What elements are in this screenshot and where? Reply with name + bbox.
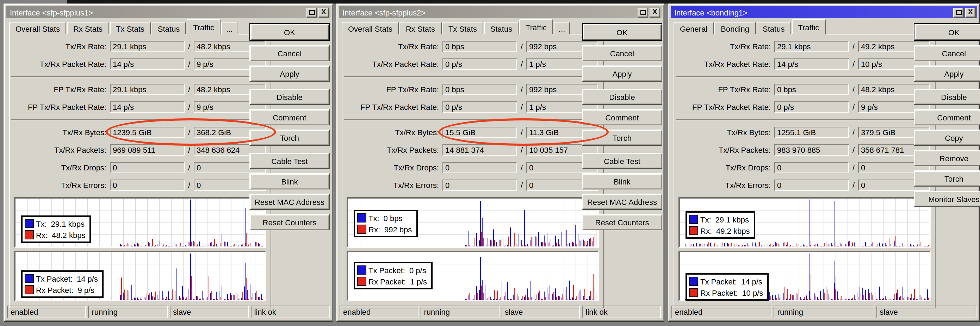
cable-test-button[interactable]: Cable Test: [582, 153, 662, 169]
tab-status[interactable]: Status: [151, 22, 186, 35]
reset-mac-address-button[interactable]: Reset MAC Address: [582, 194, 662, 210]
graph-legend: Tx Packet: 0 p/s Rx Packet: 1 p/s: [354, 262, 433, 289]
tx-value-box: 29.1 kbps: [110, 41, 185, 52]
value-separator: /: [517, 103, 526, 111]
cable-test-button[interactable]: Cable Test: [250, 153, 330, 169]
traffic-tab-panel: Tx/Rx Rate: 29.1 kbps / 48.2 kbps Tx/Rx …: [9, 34, 271, 309]
tx-value-box: 29.1 kbps: [110, 84, 185, 95]
tab-traffic[interactable]: Traffic: [519, 19, 553, 35]
value-separator: /: [517, 128, 526, 137]
titlebar[interactable]: Interface <bonding1> X: [671, 6, 977, 18]
reset-mac-address-button[interactable]: Reset MAC Address: [250, 194, 330, 210]
status-segment-slave: slave: [501, 305, 580, 318]
disable-button[interactable]: Disable: [914, 89, 980, 105]
tab-rx-stats[interactable]: Rx Stats: [67, 22, 109, 35]
tab-general[interactable]: General: [673, 22, 714, 35]
status-segment-link-ok: link ok: [582, 305, 661, 318]
group-separator: [11, 76, 265, 78]
stat-row: FP Tx/Rx Rate: 0 bps / 992 bps: [342, 84, 599, 95]
stat-label: Tx/Rx Packets:: [10, 146, 110, 154]
interface-window-interface-bonding1: Interface <bonding1> X GeneralBondingSta…: [668, 3, 980, 322]
close-button[interactable]: X: [965, 7, 976, 17]
legend-value: 14 p/s: [741, 277, 762, 286]
legend-value: 49.2 kbps: [716, 226, 749, 235]
apply-button[interactable]: Apply: [582, 65, 662, 82]
tab-rx-stats[interactable]: Rx Stats: [399, 22, 441, 35]
tab-more[interactable]: ...: [554, 22, 570, 35]
stat-row: Tx/Rx Bytes: 1255.1 GiB / 379.5 GiB: [674, 127, 931, 138]
tab-more[interactable]: ...: [221, 22, 237, 35]
traffic-graph: Tx: 29.1 kbps Rx: 48.2 kbps: [14, 197, 266, 248]
tab-status[interactable]: Status: [484, 22, 519, 35]
legend-value: 48.2 kbps: [52, 231, 85, 239]
comment-button[interactable]: Comment: [582, 109, 662, 125]
value-separator: /: [517, 42, 526, 51]
graph-legend: Tx Packet: 14 p/s Rx Packet: 9 p/s: [21, 270, 103, 298]
traffic-graph: Tx: 29.1 kbps Rx: 49.2 kbps: [678, 197, 931, 248]
legend-entry: Rx: 48.2 kbps: [25, 229, 85, 240]
tab-bonding[interactable]: Bonding: [714, 22, 756, 35]
apply-button[interactable]: Apply: [250, 65, 330, 82]
status-bar: enabledrunningslavelink ok: [340, 305, 661, 318]
tab-strip: Overall StatsRx StatsTx StatsStatusTraff…: [342, 20, 571, 35]
background-window-strip: [67, 0, 980, 3]
tab-tx-stats[interactable]: Tx Stats: [110, 22, 151, 35]
torch-button[interactable]: Torch: [582, 130, 662, 146]
legend-entry: Rx Packet: 9 p/s: [25, 285, 98, 295]
comment-button[interactable]: Comment: [914, 109, 980, 125]
status-segment-slave: slave: [169, 305, 249, 318]
titlebar[interactable]: Interface <sfp-sfpplus1> X: [6, 6, 331, 18]
tab-overall-stats[interactable]: Overall Stats: [342, 22, 399, 35]
ok-button[interactable]: OK: [250, 23, 330, 41]
tab-overall-stats[interactable]: Overall Stats: [9, 22, 66, 35]
reset-counters-button[interactable]: Reset Counters: [582, 214, 662, 230]
stat-row: Tx/Rx Rate: 29.1 kbps / 48.2 kbps: [10, 41, 266, 52]
tab-tx-stats[interactable]: Tx Stats: [442, 22, 483, 35]
stat-label: FP Tx/Rx Packet Rate:: [674, 103, 774, 111]
stat-row: Tx/Rx Packet Rate: 0 p/s / 1 p/s: [342, 59, 599, 70]
reset-counters-button[interactable]: Reset Counters: [250, 214, 330, 230]
remove-button[interactable]: Remove: [914, 150, 980, 166]
stat-row: Tx/Rx Errors: 0 / 0: [342, 180, 599, 191]
legend-label: Tx:: [369, 214, 379, 222]
legend-color-swatch: [357, 266, 366, 275]
ok-button[interactable]: OK: [914, 23, 980, 41]
stat-label: FP Tx/Rx Packet Rate:: [10, 103, 110, 111]
close-button[interactable]: X: [649, 7, 660, 17]
tab-traffic[interactable]: Traffic: [187, 19, 221, 35]
tab-status[interactable]: Status: [756, 22, 791, 35]
close-button[interactable]: X: [318, 7, 329, 17]
maximize-button[interactable]: [953, 7, 964, 17]
tx-value-box: 0 bps: [442, 84, 517, 95]
titlebar[interactable]: Interface <sfp-sfpplus2> X: [339, 6, 662, 18]
disable-button[interactable]: Disable: [582, 89, 662, 105]
tab-traffic[interactable]: Traffic: [792, 19, 826, 35]
close-icon: X: [321, 8, 326, 16]
cancel-button[interactable]: Cancel: [250, 45, 330, 61]
torch-button[interactable]: Torch: [250, 130, 330, 146]
stat-row: Tx/Rx Packet Rate: 14 p/s / 9 p/s: [10, 59, 266, 70]
status-segment-running: running: [88, 305, 168, 318]
stat-label: Tx/Rx Drops:: [342, 163, 442, 172]
tx-value-box: 0: [110, 180, 185, 191]
apply-button[interactable]: Apply: [914, 65, 980, 82]
cancel-button[interactable]: Cancel: [914, 45, 980, 61]
legend-color-swatch: [25, 219, 34, 228]
maximize-button[interactable]: [638, 7, 648, 17]
cancel-button[interactable]: Cancel: [582, 45, 662, 61]
disable-button[interactable]: Disable: [250, 89, 330, 105]
maximize-button[interactable]: [307, 7, 317, 17]
comment-button[interactable]: Comment: [250, 109, 330, 125]
ok-button[interactable]: OK: [582, 23, 662, 41]
window-title: Interface <sfp-sfpplus2>: [342, 8, 636, 16]
copy-button[interactable]: Copy: [914, 130, 980, 146]
blink-button[interactable]: Blink: [582, 173, 662, 189]
legend-color-swatch: [689, 288, 698, 297]
stat-label: Tx/Rx Drops:: [674, 163, 774, 172]
stat-row: Tx/Rx Bytes: 1239.5 GiB / 368.2 GiB: [10, 127, 266, 138]
legend-color-swatch: [25, 274, 34, 283]
torch-button[interactable]: Torch: [914, 170, 980, 187]
tx-value-box: 14 p/s: [110, 59, 185, 70]
monitor-slaves-button[interactable]: Monitor Slaves: [914, 191, 980, 207]
blink-button[interactable]: Blink: [250, 173, 330, 189]
